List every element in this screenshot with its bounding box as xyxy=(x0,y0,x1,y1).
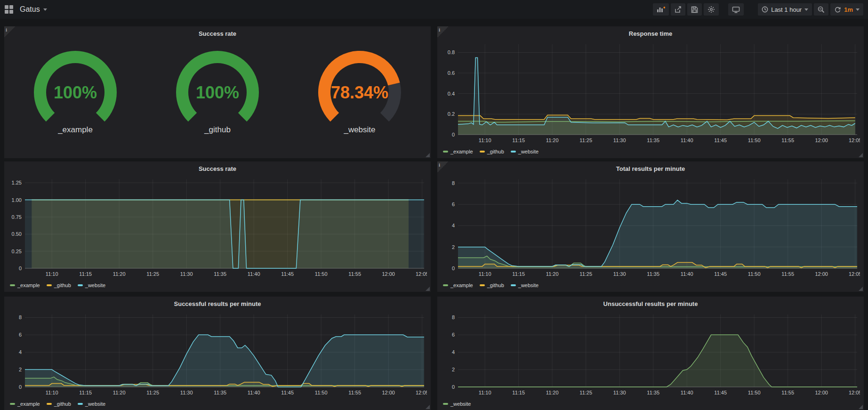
add-panel-button[interactable] xyxy=(653,3,669,16)
dashboard-title: Gatus xyxy=(20,5,40,14)
legend-item-_example[interactable]: _example xyxy=(10,282,40,288)
chart-legend: _example_github_website xyxy=(441,147,860,156)
y-tick-label: 2 xyxy=(452,367,455,372)
x-tick-label: 11:15 xyxy=(79,390,92,395)
legend-item-_example[interactable]: _example xyxy=(443,149,473,154)
panel-title[interactable]: Successful results per minute xyxy=(174,300,261,307)
x-tick-label: 11:30 xyxy=(613,271,626,277)
legend-name: _github xyxy=(54,401,71,407)
x-tick-label: 11:40 xyxy=(681,271,693,277)
x-tick-label: 11:50 xyxy=(315,271,328,277)
chart-successful-results[interactable]: 0246811:1011:1511:2011:2511:3011:3511:40… xyxy=(4,311,431,409)
add-panel-icon xyxy=(657,6,665,13)
chart-legend: _website xyxy=(441,399,860,409)
gauge-_github: 100%_github xyxy=(147,47,288,135)
gauge-_example: 100%_example xyxy=(5,47,146,135)
clock-icon xyxy=(762,6,768,13)
legend-item-_github[interactable]: _github xyxy=(480,149,504,154)
y-tick-label: 0 xyxy=(19,384,22,390)
apps-grid-icon[interactable] xyxy=(5,5,13,14)
tv-mode-button[interactable] xyxy=(728,3,744,16)
chart-plot[interactable]: 0246811:1011:1511:2011:2511:3011:3511:40… xyxy=(441,312,860,397)
x-tick-label: 12:05 xyxy=(416,390,427,395)
x-tick-label: 11:40 xyxy=(681,390,693,395)
legend-item-_example[interactable]: _example xyxy=(10,401,40,407)
y-tick-label: 8 xyxy=(19,314,22,320)
navbar: Gatus xyxy=(0,0,868,19)
legend-name: _github xyxy=(54,282,71,288)
x-tick-label: 11:25 xyxy=(146,390,159,395)
legend-swatch xyxy=(480,284,485,286)
legend-item-_website[interactable]: _website xyxy=(78,282,105,288)
panel-resize-handle[interactable] xyxy=(859,287,863,291)
y-tick-label: 6 xyxy=(452,332,455,338)
dashboard-title-menu[interactable]: Gatus xyxy=(20,5,47,14)
chart-legend: _example_github_website xyxy=(441,281,860,290)
x-tick-label: 11:25 xyxy=(579,137,592,143)
save-button[interactable] xyxy=(687,3,702,16)
panel-resize-handle[interactable] xyxy=(859,405,863,409)
chevron-down-icon xyxy=(804,8,808,11)
chart-unsuccessful-results[interactable]: 0246811:1011:1511:2011:2511:3011:3511:40… xyxy=(437,311,864,409)
legend-swatch xyxy=(443,284,448,286)
chart-success-rate[interactable]: 00.250.500.751.001.2511:1011:1511:2011:2… xyxy=(4,176,431,290)
x-tick-label: 12:05 xyxy=(849,271,860,277)
chevron-down-icon xyxy=(856,8,860,11)
share-button[interactable] xyxy=(671,3,685,16)
legend-item-_website[interactable]: _website xyxy=(511,282,538,288)
time-range-picker[interactable]: Last 1 hour xyxy=(758,3,812,16)
x-tick-label: 11:35 xyxy=(647,137,659,143)
x-tick-label: 12:00 xyxy=(815,390,828,395)
legend-item-_website[interactable]: _website xyxy=(443,401,471,407)
chart-plot[interactable]: 0246811:1011:1511:2011:2511:3011:3511:40… xyxy=(8,312,427,397)
legend-swatch xyxy=(10,284,15,286)
chart-plot[interactable]: 0246811:1011:1511:2011:2511:3011:3511:40… xyxy=(441,177,860,279)
y-tick-label: 0.75 xyxy=(12,214,22,220)
panel-title[interactable]: Response time xyxy=(629,30,672,37)
x-tick-label: 11:20 xyxy=(546,137,559,143)
x-tick-label: 11:30 xyxy=(613,390,626,395)
panel-title[interactable]: Success rate xyxy=(199,165,236,172)
legend-item-_website[interactable]: _website xyxy=(511,149,538,154)
x-tick-label: 11:45 xyxy=(281,390,294,395)
x-tick-label: 11:45 xyxy=(281,271,294,277)
legend-name: _example xyxy=(450,149,473,154)
x-tick-label: 11:55 xyxy=(781,271,794,277)
panel-resize-handle[interactable] xyxy=(426,405,430,409)
legend-item-_example[interactable]: _example xyxy=(443,282,473,288)
x-tick-label: 11:35 xyxy=(647,271,659,277)
refresh-picker[interactable]: 1m xyxy=(830,3,863,16)
legend-item-_github[interactable]: _github xyxy=(480,282,504,288)
legend-name: _github xyxy=(487,149,504,154)
chart-plot[interactable]: 00.250.500.751.001.2511:1011:1511:2011:2… xyxy=(8,177,427,279)
panel-resize-handle[interactable] xyxy=(426,287,430,291)
refresh-icon xyxy=(834,6,841,13)
panel-resize-handle[interactable] xyxy=(859,153,863,157)
y-tick-label: 8 xyxy=(452,314,455,320)
chart-plot[interactable]: 00.20.40.60.811:1011:1511:2011:2511:3011… xyxy=(441,41,860,145)
panel-total-results: i Total results per minute 0246811:1011:… xyxy=(437,161,864,292)
panel-resize-handle[interactable] xyxy=(426,153,430,157)
y-tick-label: 0.25 xyxy=(12,249,22,254)
x-tick-label: 11:10 xyxy=(46,271,58,277)
zoom-out-button[interactable] xyxy=(814,3,828,16)
x-tick-label: 11:40 xyxy=(248,390,260,395)
chart-total-results[interactable]: 0246811:1011:1511:2011:2511:3011:3511:40… xyxy=(437,176,864,290)
x-tick-label: 11:50 xyxy=(748,390,761,395)
legend-item-_website[interactable]: _website xyxy=(78,401,105,407)
legend-swatch xyxy=(10,403,15,405)
legend-item-_github[interactable]: _github xyxy=(47,282,71,288)
chart-response-time[interactable]: 00.20.40.60.811:1011:1511:2011:2511:3011… xyxy=(437,40,864,156)
legend-swatch xyxy=(443,403,448,405)
x-tick-label: 11:15 xyxy=(512,390,525,395)
panel-title[interactable]: Total results per minute xyxy=(616,165,685,172)
y-tick-label: 0.8 xyxy=(448,49,455,55)
panel-title[interactable]: Unsuccessful results per minute xyxy=(603,300,698,307)
x-tick-label: 11:35 xyxy=(214,390,226,395)
settings-button[interactable] xyxy=(704,3,719,16)
legend-item-_github[interactable]: _github xyxy=(47,401,71,407)
chevron-down-icon xyxy=(43,8,47,11)
y-tick-label: 0 xyxy=(19,265,22,271)
panel-title[interactable]: Success rate xyxy=(199,30,236,37)
x-tick-label: 11:35 xyxy=(647,390,659,395)
